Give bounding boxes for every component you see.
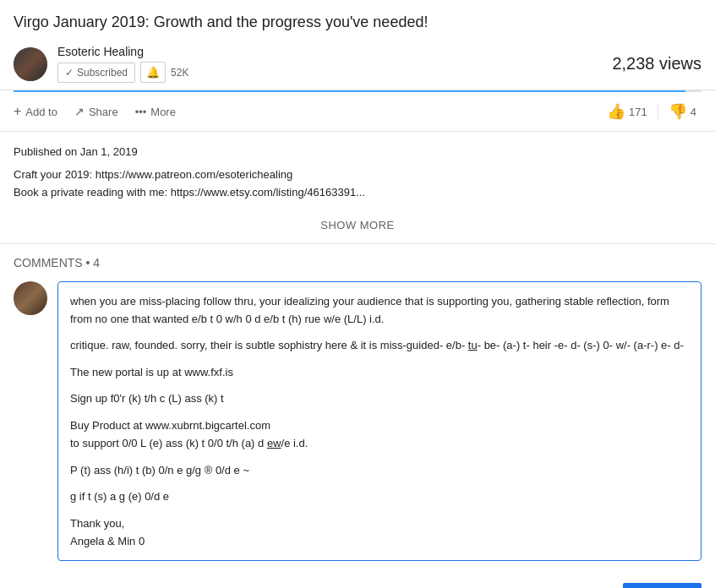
comment-line-1: when you are miss-placing follow thru, y… (70, 292, 689, 329)
avatar-image (14, 47, 47, 81)
thumb-up-icon: 👍 (607, 102, 625, 121)
channel-name: Esoteric Healing (57, 45, 188, 58)
publish-date: Published on Jan 1, 2019 (14, 144, 701, 161)
more-dots-icon: ••• (135, 106, 147, 118)
thumb-down-icon: 👎 (669, 102, 687, 121)
description-line1: Craft your 2019: https://www.patreon.com… (14, 166, 701, 184)
comment-line-6: P (t) ass (h/i) t (b) 0/n e g/g ® 0/d e … (70, 461, 689, 479)
description: Published on Jan 1, 2019 Craft your 2019… (0, 132, 715, 210)
action-left: + Add to ↗ Share ••• More (14, 104, 176, 119)
comment-actions: Cancel Comment (0, 573, 715, 588)
subscribed-label: Subscribed (77, 67, 128, 79)
comments-section: COMMENTS • 4 when you are miss-placing f… (0, 244, 715, 574)
dislike-button[interactable]: 👎 4 (663, 99, 701, 124)
subscribed-button[interactable]: ✓ Subscribed (57, 63, 135, 83)
more-label: More (150, 106, 176, 118)
bell-button[interactable]: 🔔 (140, 62, 166, 83)
action-bar: + Add to ↗ Share ••• More 👍 171 👎 4 (0, 92, 715, 132)
comment-line-8: Thank you,Angela & Min 0 (70, 514, 689, 551)
underline-text-2: ew (267, 437, 281, 449)
comments-header: COMMENTS • 4 (14, 256, 701, 270)
show-more-button[interactable]: SHOW MORE (0, 210, 715, 244)
more-button[interactable]: ••• More (135, 106, 176, 118)
description-line2: Book a private reading with me: https://… (14, 184, 701, 202)
channel-left: Esoteric Healing ✓ Subscribed 🔔 52K (14, 45, 188, 83)
add-to-button[interactable]: + Add to (14, 104, 57, 119)
share-button[interactable]: ↗ Share (74, 105, 118, 118)
dislike-count: 4 (690, 106, 696, 118)
comment-box: when you are miss-placing follow thru, y… (57, 281, 701, 562)
subscriber-count: 52K (171, 67, 188, 79)
share-label: Share (89, 106, 118, 118)
cancel-button[interactable]: Cancel (551, 583, 615, 588)
add-to-label: Add to (25, 106, 57, 118)
underline-text: tu (468, 339, 478, 351)
comment-line-2: critique. raw, founded. sorry, their is … (70, 336, 689, 354)
comment-line-3: The new portal is up at www.fxf.is (70, 363, 689, 381)
channel-avatar[interactable] (14, 47, 47, 81)
rating-bar (14, 90, 701, 92)
share-icon: ↗ (74, 105, 85, 118)
subscribe-area: ✓ Subscribed 🔔 52K (57, 62, 188, 83)
rating-fill (14, 90, 685, 92)
commenter-avatar (14, 281, 47, 315)
like-divider (658, 104, 658, 119)
plus-icon: + (14, 104, 21, 119)
views-count: 2,238 views (612, 54, 701, 74)
like-count: 171 (629, 106, 647, 118)
comment-line-5: Buy Product at www.xubrnt.bigcartel.comt… (70, 416, 689, 453)
channel-row: Esoteric Healing ✓ Subscribed 🔔 52K 2,23… (0, 40, 715, 90)
video-title: Virgo January 2019: Growth and the progr… (0, 0, 715, 40)
bell-icon: 🔔 (146, 66, 160, 79)
like-button[interactable]: 👍 171 (602, 99, 652, 124)
comment-line-7: g if t (s) a g (e) 0/d e (70, 487, 689, 505)
comment-line-4: Sign up f0'r (k) t/h c (L) ass (k) t (70, 389, 689, 407)
comment-submit-button[interactable]: Comment (623, 583, 701, 588)
channel-right: 2,238 views (612, 54, 701, 74)
channel-info: Esoteric Healing ✓ Subscribed 🔔 52K (57, 45, 188, 83)
check-icon: ✓ (65, 67, 74, 79)
comment-row: when you are miss-placing follow thru, y… (14, 281, 701, 562)
like-dislike-area: 👍 171 👎 4 (602, 99, 701, 124)
